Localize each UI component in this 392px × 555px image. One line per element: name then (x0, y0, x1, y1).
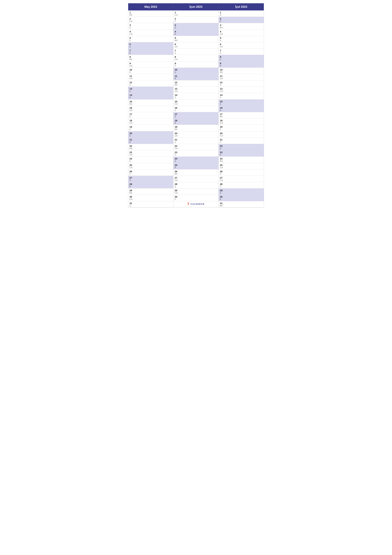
day-abbr: Ş. (220, 103, 263, 105)
day-abbr: C. (220, 96, 263, 99)
day-number: 17 (220, 113, 263, 116)
day-cell: 1C.A (173, 10, 218, 17)
day-number: 19 (129, 125, 172, 128)
day-number: 11 (129, 75, 172, 78)
day-abbr: Ç.A (175, 90, 217, 92)
day-cell: 2C. (173, 17, 218, 23)
day-abbr: B. (175, 78, 217, 80)
day-number: 9 (175, 62, 217, 65)
day-number: 21 (175, 138, 217, 141)
day-number: 9 (220, 62, 263, 65)
day-abbr: B.E (129, 103, 172, 105)
day-cell: 18Ç.A (219, 118, 264, 125)
calendar-logo-icon: 7 (187, 202, 189, 206)
day-abbr: B. (129, 52, 172, 54)
day-abbr: Ş. (175, 116, 217, 118)
day-abbr: Ş. (129, 179, 172, 181)
day-cell: 14Ç. (173, 93, 218, 99)
day-cell: 20Ş. (128, 131, 173, 138)
day-number: 4 (220, 30, 263, 33)
day-number: 16 (129, 106, 172, 109)
day-number: 17 (175, 113, 217, 116)
day-abbr: Ç.A (175, 135, 217, 137)
day-abbr: B.E (129, 147, 172, 150)
day-abbr: Ş. (129, 46, 172, 48)
day-number: 13 (129, 87, 172, 90)
calendar-logo-text: CALENDAR (191, 203, 205, 205)
day-abbr: Ç.A (129, 65, 172, 67)
day-number: 2 (129, 17, 172, 20)
day-cell: 4B. (173, 29, 218, 36)
day-cell: 3Ş. (173, 23, 218, 29)
day-number: 1 (129, 11, 172, 14)
day-abbr: C. (175, 198, 217, 200)
day-cell: 1B.E (128, 10, 173, 17)
day-abbr: Ç. (175, 186, 217, 188)
day-abbr: Ç. (220, 173, 263, 175)
day-cell: 8B.E (128, 55, 173, 61)
day-cell: 20C.A (219, 131, 264, 138)
day-number: 12 (175, 81, 217, 84)
day-abbr: Ç. (129, 160, 172, 162)
day-number: 23 (175, 151, 217, 154)
day-cell: 29C.A (173, 189, 218, 195)
day-number: 2 (220, 17, 263, 20)
day-abbr: B.E (129, 192, 172, 194)
month-header-iyul: İyul 2023 (219, 3, 264, 10)
day-abbr: B. (220, 20, 263, 22)
day-abbr: B.E (220, 160, 263, 162)
day-abbr: Ç.A (220, 33, 263, 35)
day-abbr: C.A (129, 167, 172, 169)
day-cell: 11Ç.A (219, 74, 264, 80)
day-abbr: Ş. (220, 192, 263, 194)
day-number: 8 (175, 56, 217, 58)
day-cell: 26C. (128, 169, 173, 176)
day-number: 11 (220, 75, 263, 78)
calendar-container: May 2023 İyun 2023 İyul 2023 1B.E2Ç.A3Ç.… (128, 3, 264, 208)
day-number: 19 (175, 125, 217, 128)
day-cell: 15C.A (173, 100, 218, 106)
day-cell: 10B.E (219, 68, 264, 74)
day-abbr: Ç.A (220, 167, 263, 169)
day-number: 3 (175, 24, 217, 27)
day-cell: 5B.E (173, 36, 218, 42)
day-cell: 9B. (219, 61, 264, 68)
day-cell: 24Ş. (173, 157, 218, 163)
day-number: 12 (220, 81, 263, 84)
day-number: 10 (175, 68, 217, 71)
day-abbr: C. (220, 186, 263, 188)
day-cell: 30B. (219, 195, 264, 201)
day-number: 22 (175, 145, 217, 147)
day-number: 8 (220, 56, 263, 58)
days-grid: 1B.E2Ç.A3Ç.4C.A5C.6Ş.7B.8B.E9Ç.A10Ç.11C.… (128, 10, 264, 208)
day-abbr: B.E (220, 71, 263, 73)
day-cell: 11B. (173, 74, 218, 80)
day-cell: 2Ç.A (128, 17, 173, 23)
day-abbr: C. (129, 39, 172, 41)
day-cell: 26B.E (173, 169, 218, 176)
day-abbr: C.A (175, 58, 217, 60)
day-number: 1 (175, 11, 217, 14)
day-number: 13 (220, 87, 263, 90)
month-col-0: 1B.E2Ç.A3Ç.4C.A5C.6Ş.7B.8B.E9Ç.A10Ç.11C.… (128, 10, 173, 208)
month-col-1: 1C.A2C.3Ş.4B.5B.E6Ç.A7Ç.8C.A9C.10Ş.11B.1… (173, 10, 219, 208)
day-cell: 27C.A (219, 176, 264, 182)
day-abbr: C.A (220, 90, 263, 92)
day-number: 14 (175, 94, 217, 96)
day-abbr: B.E (220, 116, 263, 118)
day-abbr: C. (175, 65, 217, 67)
day-number: 30 (129, 195, 172, 198)
day-number: 28 (129, 183, 172, 186)
day-cell: 11C.A (128, 74, 173, 80)
day-abbr: B. (129, 186, 172, 188)
day-number: 21 (129, 138, 172, 141)
day-abbr: Ç. (129, 71, 172, 73)
day-cell: 30Ç.A (128, 195, 173, 201)
day-number: 20 (129, 132, 172, 135)
day-cell: 13Ç.A (173, 87, 218, 93)
day-cell: 7Ç. (173, 49, 218, 55)
day-abbr: Ç.A (129, 109, 172, 111)
day-number: 7 (220, 49, 263, 52)
day-abbr: B.E (220, 205, 263, 207)
day-abbr: B.E (175, 39, 217, 41)
